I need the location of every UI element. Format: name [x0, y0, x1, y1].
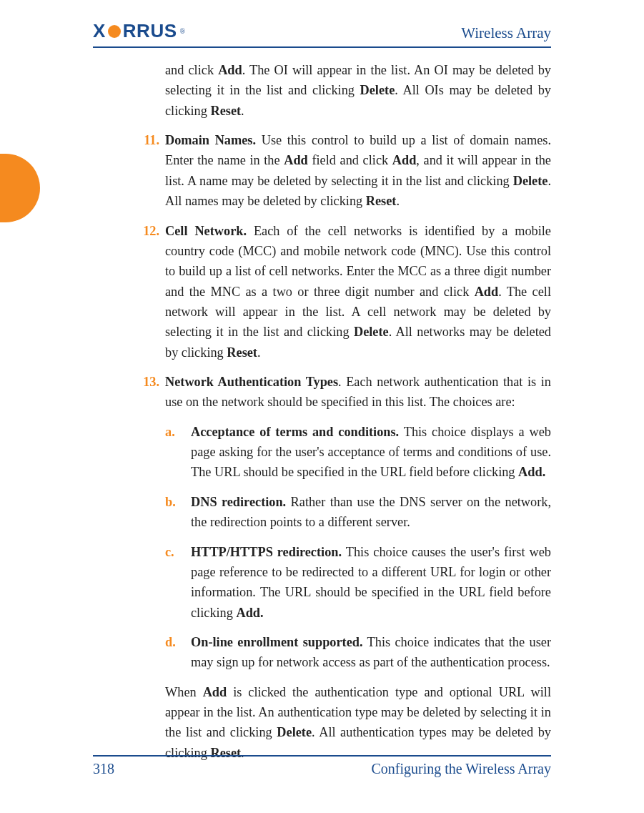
- page-content: and click Add. The OI will appear in the…: [139, 60, 551, 763]
- sub-item-letter: c.: [165, 542, 191, 623]
- list-item: 12. Cell Network. Each of the cell netwo…: [139, 221, 551, 363]
- list-item: 13. Network Authentication Types. Each n…: [139, 372, 551, 413]
- sub-list-item: d. On-line enrollment supported. This ch…: [165, 632, 551, 673]
- item-number: 11.: [139, 130, 165, 211]
- sub-list-item: b. DNS redirection. Rather than use the …: [165, 492, 551, 533]
- sub-item-letter: b.: [165, 492, 191, 533]
- sub-item-body: On-line enrollment supported. This choic…: [191, 632, 551, 673]
- header-title: Wireless Array: [461, 24, 551, 42]
- list-item: 11. Domain Names. Use this control to bu…: [139, 130, 551, 211]
- page-header: X RRUS ® Wireless Array: [93, 20, 551, 48]
- page-footer: 318 Configuring the Wireless Array: [93, 755, 551, 777]
- item-body: Domain Names. Use this control to build …: [165, 130, 551, 211]
- item-body: Network Authentication Types. Each netwo…: [165, 372, 551, 413]
- sub-list-item: c. HTTP/HTTPS redirection. This choice c…: [165, 542, 551, 623]
- sub-list: a. Acceptance of terms and conditions. T…: [165, 422, 551, 673]
- brand-dot-icon: [108, 25, 121, 38]
- registered-icon: ®: [180, 27, 186, 35]
- sub-item-body: DNS redirection. Rather than use the DNS…: [191, 492, 551, 533]
- sub-list-item: a. Acceptance of terms and conditions. T…: [165, 422, 551, 483]
- leading-paragraph: and click Add. The OI will appear in the…: [165, 60, 551, 121]
- brand-suffix: RRUS: [123, 20, 177, 42]
- trailing-paragraph: When Add is clicked the authentication t…: [165, 682, 551, 763]
- brand-logo: X RRUS ®: [93, 20, 185, 42]
- sub-item-letter: d.: [165, 632, 191, 673]
- item-number: 12.: [139, 221, 165, 363]
- page-number: 318: [93, 761, 114, 777]
- item-number: 13.: [139, 372, 165, 413]
- footer-section: Configuring the Wireless Array: [371, 761, 551, 777]
- sub-item-body: HTTP/HTTPS redirection. This choice caus…: [191, 542, 551, 623]
- section-tab-icon: [0, 154, 40, 222]
- sub-item-body: Acceptance of terms and conditions. This…: [191, 422, 551, 483]
- item-body: Cell Network. Each of the cell networks …: [165, 221, 551, 363]
- brand-prefix: X: [93, 20, 106, 42]
- sub-item-letter: a.: [165, 422, 191, 483]
